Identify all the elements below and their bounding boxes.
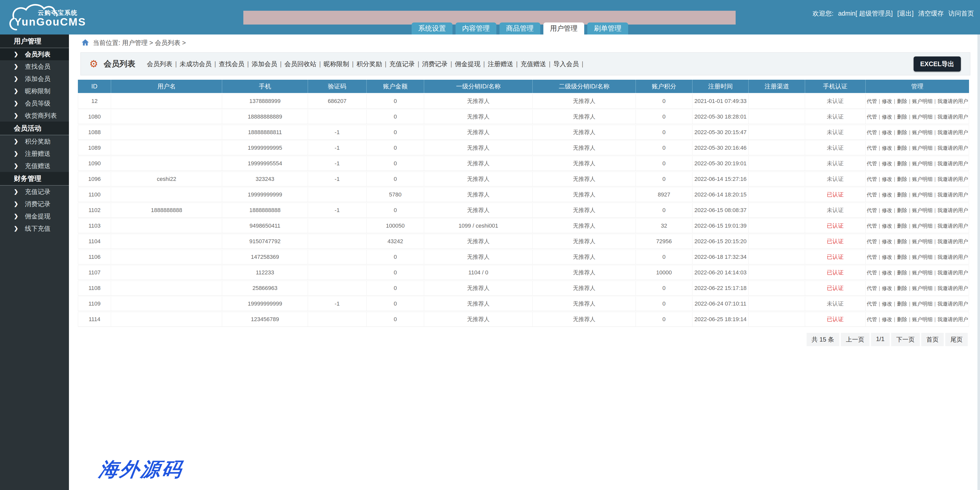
mgmt-link-3[interactable]: 账户明细 bbox=[912, 239, 932, 244]
mgmt-link-0[interactable]: 代管 bbox=[867, 145, 877, 151]
toolbar-link[interactable]: 充值记录 bbox=[390, 60, 415, 68]
mgmt-link-2[interactable]: 删除 bbox=[897, 254, 907, 260]
toolbar-link[interactable]: 佣金提现 bbox=[455, 60, 480, 68]
mgmt-link-1[interactable]: 修改 bbox=[882, 192, 892, 198]
mgmt-link-4[interactable]: 我邀请的用户 bbox=[937, 239, 968, 244]
sidebar-item[interactable]: ❯注册赠送 bbox=[0, 147, 69, 160]
mgmt-link-0[interactable]: 代管 bbox=[867, 114, 877, 120]
sidebar-item[interactable]: ❯会员等级 bbox=[0, 97, 69, 109]
mgmt-link-2[interactable]: 删除 bbox=[897, 161, 907, 166]
mgmt-link-2[interactable]: 删除 bbox=[897, 286, 907, 291]
sidebar-item[interactable]: ❯昵称限制 bbox=[0, 85, 69, 97]
mgmt-link-2[interactable]: 删除 bbox=[897, 239, 907, 244]
mgmt-link-1[interactable]: 修改 bbox=[882, 161, 892, 166]
mgmt-link-1[interactable]: 修改 bbox=[882, 301, 892, 306]
mgmt-link-1[interactable]: 修改 bbox=[882, 254, 892, 260]
mgmt-link-0[interactable]: 代管 bbox=[867, 207, 877, 213]
mgmt-link-4[interactable]: 我邀请的用户 bbox=[937, 129, 968, 135]
mgmt-link-2[interactable]: 删除 bbox=[897, 129, 907, 135]
mgmt-link-0[interactable]: 代管 bbox=[867, 223, 877, 229]
mgmt-link-4[interactable]: 我邀请的用户 bbox=[937, 316, 968, 322]
toolbar-link[interactable]: 会员列表 bbox=[147, 60, 172, 68]
sidebar-item[interactable]: ❯查找会员 bbox=[0, 60, 69, 73]
mgmt-link-3[interactable]: 账户明细 bbox=[912, 286, 932, 291]
sidebar-item[interactable]: ❯消费记录 bbox=[0, 198, 69, 210]
mgmt-link-4[interactable]: 我邀请的用户 bbox=[937, 254, 968, 260]
mgmt-link-0[interactable]: 代管 bbox=[867, 129, 877, 135]
mgmt-link-2[interactable]: 删除 bbox=[897, 301, 907, 306]
toolbar-link[interactable]: 会员回收站 bbox=[285, 60, 317, 68]
pagination-item[interactable]: 上一页 bbox=[841, 333, 869, 346]
sidebar-item[interactable]: ❯线下充值 bbox=[0, 222, 69, 235]
mgmt-link-1[interactable]: 修改 bbox=[882, 270, 892, 275]
mgmt-link-2[interactable]: 删除 bbox=[897, 192, 907, 198]
mgmt-link-4[interactable]: 我邀请的用户 bbox=[937, 161, 968, 166]
mgmt-link-4[interactable]: 我邀请的用户 bbox=[937, 286, 968, 291]
mgmt-link-4[interactable]: 我邀请的用户 bbox=[937, 192, 968, 198]
toolbar-link[interactable]: 充值赠送 bbox=[521, 60, 546, 68]
mgmt-link-2[interactable]: 删除 bbox=[897, 176, 907, 182]
mgmt-link-0[interactable]: 代管 bbox=[867, 270, 877, 275]
sidebar-item[interactable]: ❯积分奖励 bbox=[0, 135, 69, 147]
mgmt-link-1[interactable]: 修改 bbox=[882, 316, 892, 322]
mgmt-link-3[interactable]: 账户明细 bbox=[912, 114, 932, 120]
toolbar-link[interactable]: 昵称限制 bbox=[324, 60, 349, 68]
pagination-item[interactable]: 尾页 bbox=[945, 333, 968, 346]
mgmt-link-0[interactable]: 代管 bbox=[867, 301, 877, 306]
toolbar-link[interactable]: 添加会员 bbox=[252, 60, 277, 68]
mgmt-link-0[interactable]: 代管 bbox=[867, 98, 877, 104]
toolbar-link[interactable]: 积分奖励 bbox=[356, 60, 382, 68]
mgmt-link-2[interactable]: 删除 bbox=[897, 223, 907, 229]
sidebar-item[interactable]: ❯充值记录 bbox=[0, 185, 69, 198]
mgmt-link-1[interactable]: 修改 bbox=[882, 176, 892, 182]
mgmt-link-2[interactable]: 删除 bbox=[897, 207, 907, 213]
mgmt-link-3[interactable]: 账户明细 bbox=[912, 207, 932, 213]
mgmt-link-2[interactable]: 删除 bbox=[897, 114, 907, 120]
pagination-item[interactable]: 下一页 bbox=[891, 333, 920, 346]
mgmt-link-4[interactable]: 我邀请的用户 bbox=[937, 114, 968, 120]
mgmt-link-2[interactable]: 删除 bbox=[897, 145, 907, 151]
mgmt-link-1[interactable]: 修改 bbox=[882, 239, 892, 244]
mgmt-link-4[interactable]: 我邀请的用户 bbox=[937, 145, 968, 151]
mgmt-link-1[interactable]: 修改 bbox=[882, 129, 892, 135]
mgmt-link-1[interactable]: 修改 bbox=[882, 223, 892, 229]
mgmt-link-3[interactable]: 账户明细 bbox=[912, 98, 932, 104]
sidebar-item[interactable]: ❯收货商列表 bbox=[0, 109, 69, 121]
toolbar-link[interactable]: 消费记录 bbox=[422, 60, 448, 68]
sidebar-item[interactable]: ❯添加会员 bbox=[0, 73, 69, 85]
mgmt-link-4[interactable]: 我邀请的用户 bbox=[937, 223, 968, 229]
nav-tab[interactable]: 内容管理 bbox=[455, 22, 496, 35]
mgmt-link-2[interactable]: 删除 bbox=[897, 98, 907, 104]
mgmt-link-3[interactable]: 账户明细 bbox=[912, 145, 932, 151]
mgmt-link-3[interactable]: 账户明细 bbox=[912, 270, 932, 275]
clear-cache-link[interactable]: 清空缓存 bbox=[918, 9, 944, 18]
mgmt-link-0[interactable]: 代管 bbox=[867, 316, 877, 322]
mgmt-link-3[interactable]: 账户明细 bbox=[912, 254, 932, 260]
mgmt-link-3[interactable]: 账户明细 bbox=[912, 316, 932, 322]
mgmt-link-2[interactable]: 删除 bbox=[897, 316, 907, 322]
mgmt-link-3[interactable]: 账户明细 bbox=[912, 161, 932, 166]
mgmt-link-0[interactable]: 代管 bbox=[867, 192, 877, 198]
logout-link[interactable]: [退出] bbox=[897, 9, 913, 18]
mgmt-link-0[interactable]: 代管 bbox=[867, 239, 877, 244]
visit-home-link[interactable]: 访问首页 bbox=[948, 9, 974, 18]
toolbar-link[interactable]: 未成功会员 bbox=[180, 60, 212, 68]
mgmt-link-3[interactable]: 账户明细 bbox=[912, 223, 932, 229]
mgmt-link-4[interactable]: 我邀请的用户 bbox=[937, 98, 968, 104]
toolbar-link[interactable]: 导入会员 bbox=[553, 60, 579, 68]
nav-tab[interactable]: 刷单管理 bbox=[587, 22, 628, 35]
mgmt-link-0[interactable]: 代管 bbox=[867, 176, 877, 182]
mgmt-link-3[interactable]: 账户明细 bbox=[912, 301, 932, 306]
mgmt-link-4[interactable]: 我邀请的用户 bbox=[937, 301, 968, 306]
mgmt-link-2[interactable]: 删除 bbox=[897, 270, 907, 275]
mgmt-link-1[interactable]: 修改 bbox=[882, 207, 892, 213]
sidebar-item[interactable]: ❯会员列表 bbox=[0, 48, 69, 60]
mgmt-link-0[interactable]: 代管 bbox=[867, 254, 877, 260]
excel-export-button[interactable]: EXCEL导出 bbox=[913, 56, 961, 72]
page-scrollbar[interactable] bbox=[977, 35, 980, 490]
sidebar-item[interactable]: ❯充值赠送 bbox=[0, 160, 69, 172]
mgmt-link-3[interactable]: 账户明细 bbox=[912, 192, 932, 198]
mgmt-link-1[interactable]: 修改 bbox=[882, 98, 892, 104]
toolbar-link[interactable]: 查找会员 bbox=[219, 60, 244, 68]
mgmt-link-1[interactable]: 修改 bbox=[882, 286, 892, 291]
